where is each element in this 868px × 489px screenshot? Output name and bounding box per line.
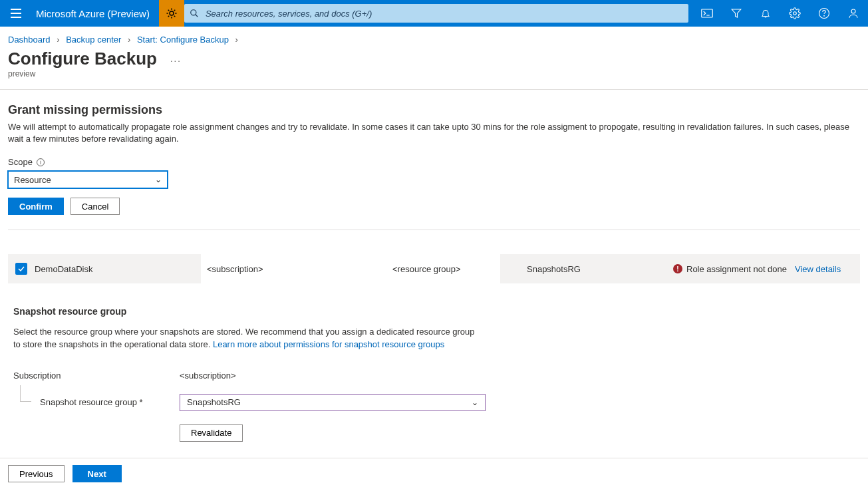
page-subtitle: preview bbox=[0, 69, 868, 86]
brand-label: Microsoft Azure (Preview) bbox=[32, 0, 159, 27]
footer: Previous Next bbox=[0, 458, 868, 489]
help-icon bbox=[818, 7, 830, 19]
snapshot-rg-select[interactable]: SnapshotsRG ⌄ bbox=[180, 394, 486, 411]
page-title: Configure Backup bbox=[8, 49, 157, 69]
crumb-backup-center[interactable]: Backup center bbox=[66, 35, 121, 45]
chevron-right-icon: › bbox=[235, 35, 238, 45]
svg-line-10 bbox=[168, 16, 170, 17]
row-checkbox[interactable] bbox=[15, 263, 27, 275]
check-icon bbox=[17, 265, 25, 273]
breadcrumb: Dashboard › Backup center › Start: Confi… bbox=[0, 27, 868, 47]
scope-label: Scope i bbox=[8, 157, 860, 167]
previous-button[interactable]: Previous bbox=[8, 465, 65, 482]
scope-value: Resource bbox=[14, 175, 51, 185]
svg-point-12 bbox=[191, 10, 196, 15]
row-resource-group: <resource group> bbox=[387, 254, 500, 283]
info-icon[interactable]: i bbox=[37, 158, 45, 166]
title-row: Configure Backup ... bbox=[0, 47, 868, 69]
more-button[interactable]: ... bbox=[170, 54, 182, 64]
chevron-right-icon: › bbox=[57, 35, 59, 45]
permissions-buttons: Confirm Cancel bbox=[8, 198, 860, 215]
svg-line-13 bbox=[196, 15, 198, 17]
row-snapshot-rg: SnapshotsRG bbox=[500, 264, 673, 274]
snapshot-rg-label: Snapshot resource group * bbox=[13, 397, 180, 407]
svg-point-19 bbox=[824, 15, 825, 16]
settings-button[interactable] bbox=[780, 0, 809, 27]
crumb-dashboard[interactable]: Dashboard bbox=[8, 35, 51, 45]
chevron-down-icon: ⌄ bbox=[155, 175, 162, 184]
scope-select[interactable]: Resource ⌄ bbox=[8, 171, 168, 188]
revalidate-button[interactable]: Revalidate bbox=[180, 424, 243, 442]
gear-icon bbox=[789, 7, 801, 19]
crumb-start-configure[interactable]: Start: Configure Backup bbox=[137, 35, 229, 45]
top-icons bbox=[692, 0, 868, 27]
bell-icon bbox=[760, 7, 771, 19]
table-row: DemoDataDisk <subscription> <resource gr… bbox=[8, 254, 860, 283]
snapshot-section: Snapshot resource group Select the resou… bbox=[0, 283, 868, 446]
svg-marker-16 bbox=[732, 9, 741, 17]
subscription-value: <subscription> bbox=[180, 371, 486, 381]
help-button[interactable] bbox=[809, 0, 839, 27]
row-status: ! Role assignment not done View details bbox=[673, 264, 860, 274]
svg-rect-0 bbox=[11, 9, 21, 10]
svg-point-3 bbox=[170, 11, 174, 15]
directory-filter-button[interactable] bbox=[722, 0, 751, 27]
svg-line-11 bbox=[174, 10, 176, 11]
next-button[interactable]: Next bbox=[72, 465, 122, 482]
snapshot-rg-value: SnapshotsRG bbox=[187, 397, 241, 407]
svg-rect-1 bbox=[11, 13, 21, 14]
account-button[interactable] bbox=[839, 0, 868, 27]
row-subscription: <subscription> bbox=[201, 254, 367, 283]
sun-icon bbox=[166, 7, 178, 19]
svg-line-8 bbox=[168, 10, 170, 11]
cloud-shell-button[interactable] bbox=[692, 0, 722, 27]
subscription-label: Subscription bbox=[13, 371, 180, 381]
chevron-down-icon: ⌄ bbox=[472, 398, 478, 407]
resource-table: DemoDataDisk <subscription> <resource gr… bbox=[8, 230, 860, 283]
svg-line-9 bbox=[174, 16, 176, 17]
account-icon bbox=[847, 7, 859, 19]
snapshot-description: Select the resource group where your sna… bbox=[13, 326, 479, 350]
search-bar[interactable] bbox=[184, 4, 688, 23]
svg-point-17 bbox=[794, 12, 797, 15]
svg-rect-2 bbox=[11, 17, 21, 18]
permissions-heading: Grant missing permissions bbox=[8, 103, 860, 117]
snapshot-heading: Snapshot resource group bbox=[13, 306, 860, 317]
row-name: DemoDataDisk bbox=[35, 264, 201, 274]
svg-rect-14 bbox=[702, 9, 713, 17]
cancel-button[interactable]: Cancel bbox=[71, 198, 120, 215]
notifications-button[interactable] bbox=[751, 0, 780, 27]
view-details-link[interactable]: View details bbox=[795, 264, 841, 274]
confirm-button[interactable]: Confirm bbox=[8, 198, 64, 215]
permissions-section: Grant missing permissions We will attemp… bbox=[0, 90, 868, 220]
menu-icon bbox=[11, 9, 21, 18]
permissions-description: We will attempt to automatically propaga… bbox=[8, 121, 860, 145]
search-icon bbox=[190, 9, 199, 18]
topbar: Microsoft Azure (Preview) bbox=[0, 0, 868, 27]
learn-more-link[interactable]: Learn more about permissions for snapsho… bbox=[213, 339, 444, 349]
chevron-right-icon: › bbox=[128, 35, 130, 45]
menu-button[interactable] bbox=[0, 0, 32, 27]
svg-point-20 bbox=[851, 9, 855, 13]
table-header bbox=[8, 230, 860, 254]
cloud-shell-icon bbox=[701, 9, 713, 18]
preview-badge[interactable] bbox=[159, 0, 184, 27]
error-icon: ! bbox=[673, 264, 682, 273]
filter-icon bbox=[730, 7, 742, 19]
search-input[interactable] bbox=[204, 8, 683, 19]
